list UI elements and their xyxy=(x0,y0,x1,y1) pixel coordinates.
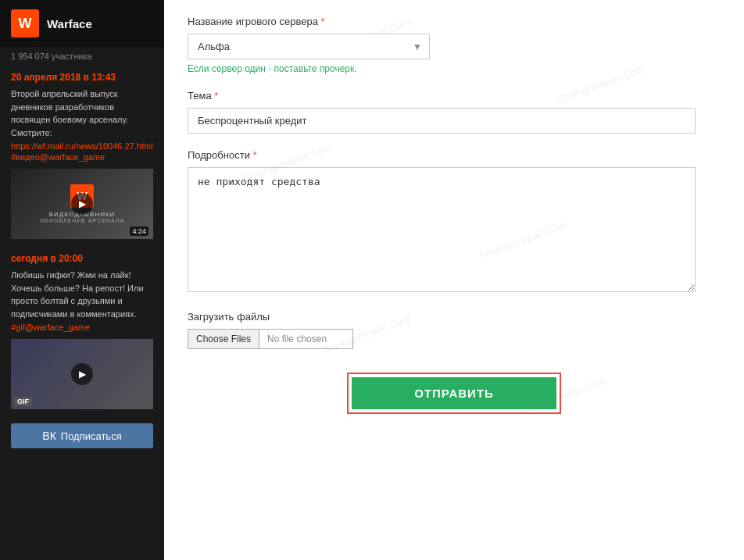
details-field-group: Подробности * xyxy=(188,149,721,295)
subject-required: * xyxy=(214,90,218,102)
details-required: * xyxy=(253,149,257,161)
server-hint: Если сервер один - поставьте прочерк. xyxy=(188,63,721,74)
choose-files-button[interactable]: Choose Files xyxy=(188,329,259,349)
sidebar-title: Warface xyxy=(47,17,92,30)
submit-btn-wrapper: ОТПРАВИТЬ xyxy=(347,373,561,414)
sidebar-post2-date: сегодня в 20:00 xyxy=(0,245,164,267)
server-label: Название игрового сервера * xyxy=(188,16,721,27)
server-required: * xyxy=(321,16,325,27)
sidebar-post1-link1[interactable]: https://wf.mail.ru/news/10046 27.html xyxy=(0,141,164,152)
server-select-wrapper: АльфаБетаГамма ▼ xyxy=(188,34,430,59)
upload-label: Загрузить файлы xyxy=(188,311,721,323)
file-input-wrapper: Choose Files No file chosen xyxy=(188,329,721,349)
no-file-label: No file chosen xyxy=(259,329,353,349)
sidebar-post2-text: Любишь гифки? Жми на лайк! Хочешь больше… xyxy=(0,267,164,322)
subject-field-group: Тема * xyxy=(188,90,721,134)
warface-logo: W xyxy=(11,9,39,37)
sidebar-post1-link2[interactable]: #видео@warface_game xyxy=(0,152,164,162)
subject-input[interactable] xyxy=(188,108,696,134)
video-sublabel: ОБНОВЛЕНИЕ АРСЕНАЛА xyxy=(40,218,124,223)
server-field-group: Название игрового сервера * АльфаБетаГам… xyxy=(188,16,721,74)
sidebar-video1: W ВИДЕОДНЕВНИКИ ОБНОВЛЕНИЕ АРСЕНАЛА ▶ 4:… xyxy=(11,169,153,239)
subscribe-button[interactable]: ВК Подписаться xyxy=(11,423,153,448)
sidebar-header: W Warface xyxy=(0,0,164,47)
play-icon-2[interactable]: ▶ xyxy=(71,363,93,385)
sidebar-post1-text: Второй апрельский выпуск дневников разра… xyxy=(0,86,164,141)
main-content: Sovingpcrepair.Com Sovingpcrepair.Com So… xyxy=(164,0,744,560)
server-select[interactable]: АльфаБетаГамма xyxy=(188,34,430,59)
details-label: Подробности * xyxy=(188,149,721,161)
submit-section: ОТПРАВИТЬ xyxy=(188,373,721,414)
submit-button[interactable]: ОТПРАВИТЬ xyxy=(352,377,556,409)
upload-section: Загрузить файлы Choose Files No file cho… xyxy=(188,311,721,349)
sidebar-post2-link[interactable]: #gif@warface_game xyxy=(0,322,164,333)
sidebar-members: 1 954 074 участника xyxy=(0,47,164,66)
gif-badge: GIF xyxy=(14,397,32,406)
sidebar-post1-date: 20 апреля 2018 в 13:43 xyxy=(0,66,164,86)
sidebar-video2: ▶ GIF xyxy=(11,339,153,409)
play-icon[interactable]: ▶ xyxy=(71,193,93,215)
subscribe-label: Подписаться xyxy=(61,430,122,442)
subject-label: Тема * xyxy=(188,90,721,102)
vk-icon: ВК xyxy=(42,430,56,442)
details-textarea[interactable] xyxy=(188,167,696,292)
sidebar: W Warface 1 954 074 участника 20 апреля … xyxy=(0,0,164,560)
video-duration: 4:24 xyxy=(130,226,148,236)
